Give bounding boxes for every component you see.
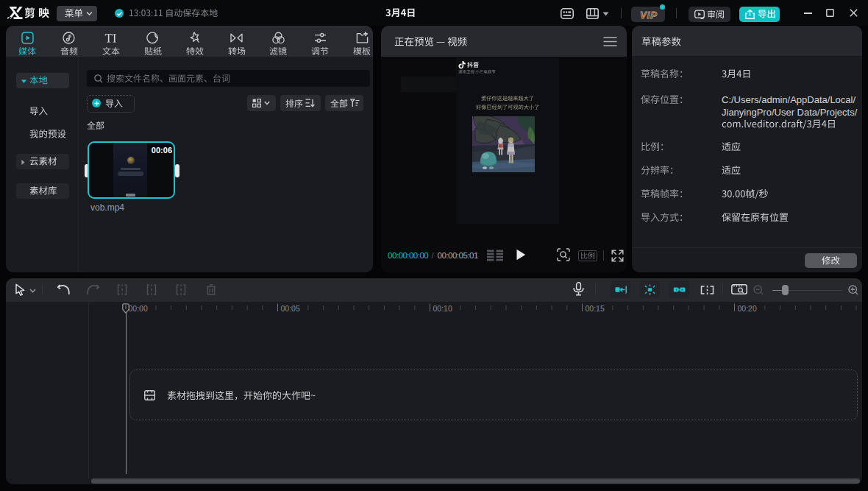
svg-text:00:15: 00:15 — [586, 304, 605, 313]
svg-text:00:05: 00:05 — [281, 304, 300, 313]
svg-text:00:00: 00:00 — [129, 304, 148, 313]
svg-text:00:10: 00:10 — [433, 304, 452, 313]
svg-text:VIP: VIP — [640, 10, 658, 21]
svg-text:00:20: 00:20 — [738, 304, 757, 313]
